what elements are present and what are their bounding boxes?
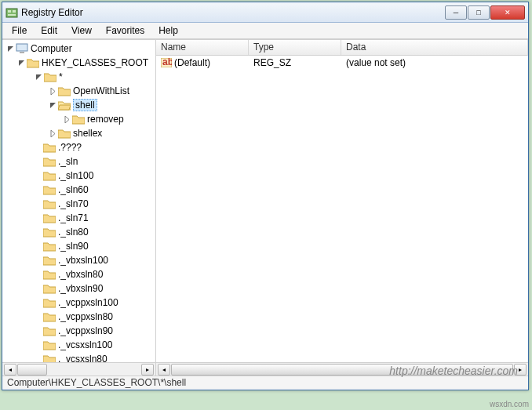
tree-label: ._sln80 bbox=[58, 227, 89, 238]
menu-help[interactable]: Help bbox=[152, 24, 184, 38]
list-pane: Name Type Data ab(Default) REG_SZ (value… bbox=[156, 40, 528, 376]
col-type[interactable]: Type bbox=[249, 40, 341, 55]
tree-node-star[interactable]: * bbox=[2, 70, 155, 84]
folder-icon bbox=[44, 71, 56, 82]
tree-label: ._sln bbox=[58, 156, 78, 167]
tree-node[interactable]: ._sln90 bbox=[2, 239, 155, 253]
collapse-icon[interactable] bbox=[34, 72, 43, 82]
tree-label: .???? bbox=[58, 142, 82, 153]
string-value-icon: ab bbox=[161, 58, 172, 67]
folder-icon bbox=[43, 339, 56, 350]
tree-label: ._sln60 bbox=[58, 184, 89, 195]
folder-icon bbox=[43, 354, 56, 362]
tree-node[interactable]: ._vbxsln100 bbox=[2, 253, 155, 267]
expand-icon[interactable] bbox=[48, 86, 57, 96]
cell-type: REG_SZ bbox=[249, 57, 341, 68]
scroll-left-button[interactable]: ◂ bbox=[4, 364, 16, 376]
collapse-icon[interactable] bbox=[16, 58, 26, 67]
tree-label-selected: shell bbox=[73, 99, 97, 111]
cell-name: ab(Default) bbox=[156, 57, 249, 68]
scroll-left-button[interactable]: ◂ bbox=[158, 364, 170, 376]
minimize-button[interactable]: ─ bbox=[445, 5, 467, 20]
menu-view[interactable]: View bbox=[65, 24, 98, 38]
scroll-track[interactable] bbox=[17, 364, 140, 376]
tree-node[interactable]: ._sln70 bbox=[2, 197, 155, 211]
list-body[interactable]: ab(Default) REG_SZ (value not set) bbox=[156, 56, 528, 362]
tree-label: ._vcppxsln90 bbox=[58, 325, 113, 336]
scroll-thumb[interactable] bbox=[17, 364, 47, 376]
tree-pane: Computer HKEY_CLASSES_ROOT * OpenWithLis… bbox=[2, 40, 156, 376]
tree-node[interactable]: ._sln bbox=[2, 154, 155, 169]
tree-node[interactable]: ._vcppxsln90 bbox=[2, 324, 155, 338]
list-row[interactable]: ab(Default) REG_SZ (value not set) bbox=[156, 56, 528, 70]
folder-icon bbox=[43, 212, 56, 223]
col-data[interactable]: Data bbox=[341, 40, 528, 55]
svg-rect-1 bbox=[8, 10, 11, 13]
folder-icon bbox=[43, 311, 56, 322]
folder-icon bbox=[58, 85, 71, 96]
svg-rect-3 bbox=[8, 14, 16, 16]
tree-label: ._vbxsln100 bbox=[58, 255, 108, 266]
tree-node[interactable]: .???? bbox=[2, 140, 155, 154]
tree-node[interactable]: removep bbox=[2, 112, 155, 126]
folder-icon bbox=[27, 57, 39, 68]
collapse-icon[interactable] bbox=[48, 100, 57, 110]
menu-edit[interactable]: Edit bbox=[35, 24, 64, 38]
expand-icon[interactable] bbox=[62, 114, 71, 124]
tree-label: shellex bbox=[73, 128, 102, 139]
folder-icon bbox=[58, 128, 71, 139]
tree-node[interactable]: ._vbxsln80 bbox=[2, 267, 155, 281]
scroll-right-button[interactable]: ▸ bbox=[141, 364, 154, 376]
tree-label: ._vbxsln80 bbox=[58, 269, 103, 280]
tree-label: HKEY_CLASSES_ROOT bbox=[42, 57, 148, 68]
tree-label: ._vcsxsln80 bbox=[58, 354, 107, 362]
tree-label: ._sln100 bbox=[58, 170, 93, 181]
tree-node[interactable]: ._vbxsln90 bbox=[2, 281, 155, 296]
col-name[interactable]: Name bbox=[156, 40, 249, 55]
tree-node-shell[interactable]: shell bbox=[2, 98, 155, 112]
collapse-icon[interactable] bbox=[5, 44, 15, 53]
list-header: Name Type Data bbox=[156, 40, 528, 56]
tree-node[interactable]: ._vcsxsln100 bbox=[2, 338, 155, 352]
folder-icon bbox=[43, 283, 56, 294]
tree-node[interactable]: ._sln71 bbox=[2, 211, 155, 225]
tree-node[interactable]: ._vcppxsln80 bbox=[2, 310, 155, 324]
tree-label: ._sln71 bbox=[58, 212, 89, 223]
tree-view[interactable]: Computer HKEY_CLASSES_ROOT * OpenWithLis… bbox=[2, 40, 155, 362]
tree-hscrollbar[interactable]: ◂ ▸ bbox=[2, 362, 155, 376]
titlebar[interactable]: Registry Editor ─ □ ✕ bbox=[2, 2, 528, 23]
tree-node[interactable]: ._vcppxsln100 bbox=[2, 296, 155, 310]
status-path: Computer\HKEY_CLASSES_ROOT\*\shell bbox=[7, 377, 186, 388]
tree-node[interactable]: ._sln100 bbox=[2, 169, 155, 183]
close-button[interactable]: ✕ bbox=[490, 5, 525, 20]
cell-data: (value not set) bbox=[341, 57, 528, 68]
tree-node[interactable]: ._vcsxsln80 bbox=[2, 352, 155, 362]
menu-bar: File Edit View Favorites Help bbox=[2, 23, 528, 39]
svg-text:ab: ab bbox=[162, 58, 172, 67]
folder-icon bbox=[43, 170, 56, 181]
expand-icon[interactable] bbox=[48, 129, 57, 138]
folder-icon bbox=[43, 255, 56, 266]
svg-rect-2 bbox=[13, 10, 16, 13]
tree-node[interactable]: ._sln80 bbox=[2, 225, 155, 239]
folder-icon bbox=[43, 297, 56, 308]
tree-node[interactable]: OpenWithList bbox=[2, 84, 155, 98]
folder-open-icon bbox=[58, 100, 71, 111]
svg-rect-4 bbox=[16, 44, 27, 51]
tree-label: ._vbxsln90 bbox=[58, 283, 103, 294]
tree-label: * bbox=[59, 71, 63, 82]
folder-icon bbox=[43, 241, 56, 252]
tree-node[interactable]: shellex bbox=[2, 126, 155, 140]
tree-node[interactable]: ._sln60 bbox=[2, 183, 155, 197]
folder-icon bbox=[43, 269, 56, 280]
folder-icon bbox=[43, 156, 56, 167]
watermark-text: http://maketecheasier.com bbox=[389, 365, 518, 377]
folder-icon bbox=[43, 198, 56, 209]
tree-label: ._sln90 bbox=[58, 241, 89, 252]
tree-node-computer[interactable]: Computer bbox=[2, 42, 155, 56]
maximize-button[interactable]: □ bbox=[468, 5, 490, 20]
menu-file[interactable]: File bbox=[5, 24, 33, 38]
menu-favorites[interactable]: Favorites bbox=[100, 24, 151, 38]
tree-node-hkcr[interactable]: HKEY_CLASSES_ROOT bbox=[2, 56, 155, 70]
window-title: Registry Editor bbox=[21, 7, 445, 18]
